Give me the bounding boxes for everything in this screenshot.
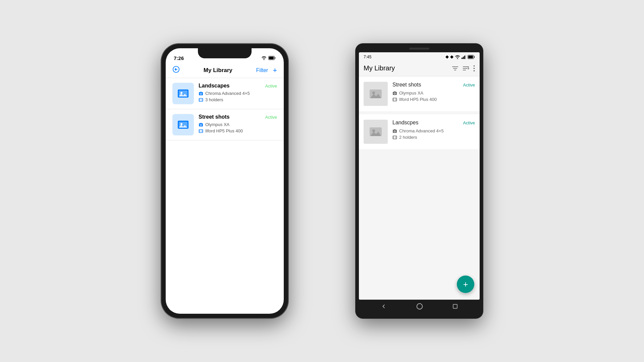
svg-rect-28 [462, 58, 463, 59]
android-item-info: Street shots Active Olympus XA Ilford HP… [392, 82, 475, 103]
iphone-page-title: My Library [204, 67, 232, 74]
svg-point-8 [180, 92, 182, 94]
iphone-camera-detail: Olympus XA [199, 122, 277, 127]
android-speaker [409, 48, 429, 50]
film-icon [199, 129, 203, 133]
android-item-info: Landscpes Active Chroma Advanced 4×5 2 h… [392, 120, 475, 141]
iphone-active-badge: Active [265, 83, 277, 88]
iphone-time: 7:26 [174, 55, 184, 61]
iphone-back-button[interactable] [172, 66, 180, 75]
iphone-film-detail: Ilford HP5 Plus 400 [199, 128, 277, 133]
iphone-item-title: Landscapes [199, 83, 229, 89]
iphone-film-detail: 3 holders [199, 97, 277, 102]
wifi-icon [261, 56, 267, 60]
svg-marker-27 [450, 55, 453, 59]
iphone-active-badge: Active [265, 115, 277, 120]
iphone-device: 7:26 [161, 44, 288, 318]
android-more-button[interactable] [473, 65, 475, 71]
android-app-actions [452, 65, 475, 71]
android-page-title: My Library [364, 64, 395, 72]
svg-rect-29 [463, 57, 464, 59]
android-sort-button[interactable] [463, 65, 469, 71]
iphone-nav-actions: Filter + [256, 67, 277, 74]
diamond-icon [445, 55, 449, 59]
android-app-bar: My Library [359, 62, 480, 76]
android-list-item[interactable]: Street shots Active Olympus XA Ilford HP… [359, 76, 480, 111]
android-device: 7:45 [356, 44, 483, 318]
android-film-detail: Ilford HP5 Plus 400 [392, 97, 475, 102]
svg-rect-19 [199, 129, 203, 132]
svg-point-18 [180, 123, 182, 125]
android-nav-bar [359, 300, 480, 314]
iphone-item-title: Street shots [199, 114, 229, 120]
iphone-list-item[interactable]: Street shots Active Olympus XA Ilford HP… [166, 109, 284, 140]
android-item-title: Landscpes [392, 120, 418, 126]
svg-point-61 [417, 303, 423, 309]
camera-icon [199, 91, 203, 96]
svg-point-40 [474, 65, 475, 67]
svg-marker-26 [445, 55, 449, 59]
iphone-item-thumbnail [172, 83, 194, 104]
battery-icon [268, 56, 276, 60]
iphone-filter-button[interactable]: Filter [256, 67, 268, 73]
iphone-status-icons [261, 56, 276, 60]
android-home-button[interactable] [416, 303, 423, 311]
film-icon [392, 135, 397, 140]
android-library-list: Street shots Active Olympus XA Ilford HP… [359, 76, 480, 300]
android-wifi-icon [455, 55, 460, 59]
android-back-button[interactable] [380, 303, 387, 311]
svg-rect-30 [464, 56, 465, 59]
svg-rect-33 [468, 56, 473, 58]
iphone-list-item[interactable]: Landscapes Active Chroma Advanced 4×5 3 … [166, 78, 284, 109]
android-item-thumbnail [364, 120, 388, 144]
camera-icon [199, 122, 203, 127]
android-time: 7:45 [364, 55, 371, 59]
iphone-notch [198, 48, 252, 58]
android-list-item[interactable]: Landscpes Active Chroma Advanced 4×5 2 h… [359, 114, 480, 149]
svg-point-42 [474, 70, 475, 71]
android-screen: 7:45 [359, 52, 480, 300]
android-camera-detail: Chroma Advanced 4×5 [392, 128, 475, 133]
iphone-item-info: Landscapes Active Chroma Advanced 4×5 3 … [199, 83, 277, 104]
svg-rect-1 [269, 57, 274, 59]
svg-point-53 [372, 129, 375, 132]
iphone-nav-bar: My Library Filter + [166, 63, 284, 78]
android-status-bar: 7:45 [359, 52, 480, 62]
android-active-badge: Active [463, 120, 475, 125]
svg-rect-31 [466, 55, 466, 59]
android-battery-icon [468, 55, 475, 59]
iphone-item-thumbnail [172, 114, 194, 135]
android-item-thumbnail [364, 82, 388, 106]
android-camera-detail: Olympus XA [392, 90, 475, 96]
film-icon [392, 97, 397, 102]
android-recents-button[interactable] [452, 303, 458, 311]
android-list-divider [359, 112, 480, 114]
diamond-icon-2 [450, 55, 453, 59]
iphone-library-list: Landscapes Active Chroma Advanced 4×5 3 … [166, 78, 284, 140]
iphone-camera-detail: Chroma Advanced 4×5 [199, 91, 277, 96]
svg-point-44 [372, 92, 375, 94]
svg-rect-54 [393, 136, 397, 139]
film-icon [199, 98, 203, 102]
android-fab-button[interactable]: + [457, 276, 474, 293]
svg-rect-62 [453, 304, 457, 308]
iphone-add-button[interactable]: + [273, 67, 277, 74]
android-item-title: Street shots [392, 82, 421, 88]
android-active-badge: Active [463, 82, 475, 87]
android-film-detail: 2 holders [392, 135, 475, 140]
signal-icon [462, 55, 466, 59]
camera-icon [392, 129, 397, 133]
svg-rect-9 [199, 98, 203, 101]
iphone-item-info: Street shots Active Olympus XA Ilford HP… [199, 114, 277, 135]
camera-icon [392, 91, 397, 96]
android-status-icons [445, 55, 475, 59]
android-filter-button[interactable] [452, 65, 459, 71]
svg-rect-45 [393, 98, 397, 101]
svg-point-41 [474, 68, 475, 69]
